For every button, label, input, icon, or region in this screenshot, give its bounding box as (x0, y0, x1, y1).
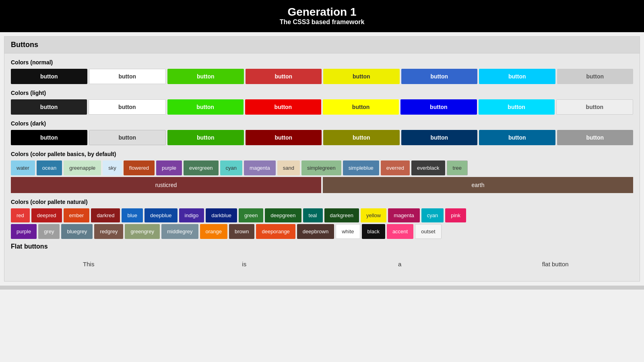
flat-btn-this[interactable]: This (11, 255, 167, 273)
flat-btn-is[interactable]: is (167, 255, 322, 273)
btn-black-light[interactable]: button (11, 99, 87, 115)
btn-red-normal[interactable]: button (246, 69, 322, 84)
btn-simpleblue[interactable]: simpleblue (343, 160, 379, 175)
btn-yellow-light[interactable]: button (323, 99, 399, 115)
btn-orange[interactable]: orange (200, 224, 227, 239)
btn-sky[interactable]: sky (103, 160, 122, 175)
btn-white-light[interactable]: button (89, 99, 165, 115)
btn-white-normal[interactable]: button (89, 69, 166, 84)
btn-magenta[interactable]: magenta (388, 208, 420, 222)
btn-evergreen[interactable]: evergreen (184, 160, 219, 175)
btn-sand[interactable]: sand (277, 160, 300, 175)
btn-darkgreen[interactable]: darkgreen (324, 208, 359, 222)
btn-magenta-palette[interactable]: magenta (244, 160, 276, 175)
btn-grey-normal[interactable]: button (557, 69, 634, 84)
btn-blue[interactable]: blue (122, 208, 143, 222)
colors-natural-label: Colors (color pallete natural) (11, 199, 633, 205)
btn-water[interactable]: water (11, 160, 35, 175)
btn-white2-light[interactable]: button (556, 99, 633, 115)
btn-greenapple[interactable]: greenapple (64, 160, 101, 175)
btn-brown[interactable]: brown (229, 224, 254, 239)
btn-bluegrey[interactable]: bluegrey (61, 224, 93, 239)
btn-cyan-normal[interactable]: button (479, 69, 555, 84)
btn-simplegreen[interactable]: simplegreen (301, 160, 341, 175)
btn-black-dark[interactable]: button (11, 130, 87, 145)
btn-yellow[interactable]: yellow (361, 208, 386, 222)
colors-normal-label: Colors (normal) (11, 59, 633, 66)
btn-yellow-dark[interactable]: button (323, 130, 400, 145)
btn-deepblue[interactable]: deepblue (144, 208, 178, 222)
colors-dark-label: Colors (dark) (11, 120, 633, 127)
btn-accent[interactable]: accent (387, 224, 413, 239)
palette-basics-row: water ocean greenapple sky flowered purp… (11, 160, 633, 175)
btn-pink[interactable]: pink (445, 208, 466, 222)
btn-green-light[interactable]: button (167, 99, 244, 115)
btn-grey-dark[interactable]: button (557, 130, 634, 145)
flat-btn-flat[interactable]: flat button (478, 255, 634, 273)
btn-green-dark[interactable]: button (167, 130, 244, 145)
btn-green-normal[interactable]: button (167, 69, 244, 84)
page-subtitle: The CSS3 based framework (0, 19, 644, 26)
btn-cyan-palette[interactable]: cyan (220, 160, 242, 175)
flat-btn-a[interactable]: a (322, 255, 478, 273)
btn-black-natural[interactable]: black (362, 224, 385, 239)
btn-darkred[interactable]: darkred (91, 208, 120, 222)
btn-red-dark[interactable]: button (246, 130, 322, 145)
btn-grey[interactable]: grey (38, 224, 60, 239)
btn-blue-dark[interactable]: button (401, 130, 478, 145)
page-header: Generation 1 The CSS3 based framework (0, 0, 644, 32)
normal-button-row: button button button button button butto… (11, 69, 633, 84)
btn-cyan-light[interactable]: button (479, 99, 555, 115)
btn-rusticred[interactable]: rusticred (11, 177, 321, 193)
btn-redgrey[interactable]: redgrey (94, 224, 123, 239)
light-button-row: button button button button button butto… (11, 99, 633, 115)
section-title: Buttons (4, 37, 640, 53)
wide-btn-row: rusticred earth (11, 177, 633, 193)
natural-row1: red deepred ember darkred blue deepblue … (11, 208, 633, 222)
btn-middlegrey[interactable]: middlegrey (161, 224, 198, 239)
btn-purple-palette[interactable]: purple (156, 160, 182, 175)
btn-deepgreen[interactable]: deepgreen (265, 208, 301, 222)
btn-ember[interactable]: ember (64, 208, 90, 222)
btn-red-light[interactable]: button (245, 99, 321, 115)
btn-deeporange[interactable]: deeporange (256, 224, 295, 239)
btn-darkblue[interactable]: darkblue (206, 208, 237, 222)
colors-palette-label: Colors (color pallete basics, by default… (11, 151, 633, 157)
btn-green[interactable]: green (239, 208, 263, 222)
btn-black-normal[interactable]: button (11, 69, 87, 84)
btn-outset[interactable]: outset (415, 224, 441, 239)
btn-blue-light[interactable]: button (400, 99, 477, 115)
btn-teal[interactable]: teal (303, 208, 323, 222)
btn-tree[interactable]: tree (447, 160, 468, 175)
btn-yellow-normal[interactable]: button (323, 69, 400, 84)
btn-everblack[interactable]: everblack (411, 160, 445, 175)
page-title: Generation 1 (0, 6, 644, 19)
colors-light-label: Colors (light) (11, 90, 633, 96)
btn-deepbrown[interactable]: deepbrown (297, 224, 334, 239)
btn-ocean[interactable]: ocean (37, 160, 62, 175)
btn-greengrey[interactable]: greengrey (125, 224, 160, 239)
btn-deepred[interactable]: deepred (31, 208, 62, 222)
btn-flowered[interactable]: flowered (124, 160, 155, 175)
btn-blue-normal[interactable]: button (401, 69, 478, 84)
btn-cyan-dark[interactable]: button (479, 130, 555, 145)
main-container: Buttons Colors (normal) button button bu… (4, 36, 640, 282)
btn-earth[interactable]: earth (323, 177, 633, 193)
flat-buttons-label: Flat buttons (11, 243, 633, 250)
btn-indigo[interactable]: indigo (179, 208, 204, 222)
btn-white[interactable]: white (336, 224, 360, 239)
btn-white-dark[interactable]: button (89, 130, 166, 145)
btn-red[interactable]: red (11, 208, 30, 222)
flat-button-row: This is a flat button (11, 255, 633, 273)
btn-cyan[interactable]: cyan (421, 208, 444, 222)
dark-button-row: button button button button button butto… (11, 130, 633, 145)
natural-row2: purple grey bluegrey redgrey greengrey m… (11, 224, 633, 239)
bottom-bar (0, 286, 644, 290)
btn-everred[interactable]: everred (381, 160, 410, 175)
btn-purple[interactable]: purple (11, 224, 37, 239)
